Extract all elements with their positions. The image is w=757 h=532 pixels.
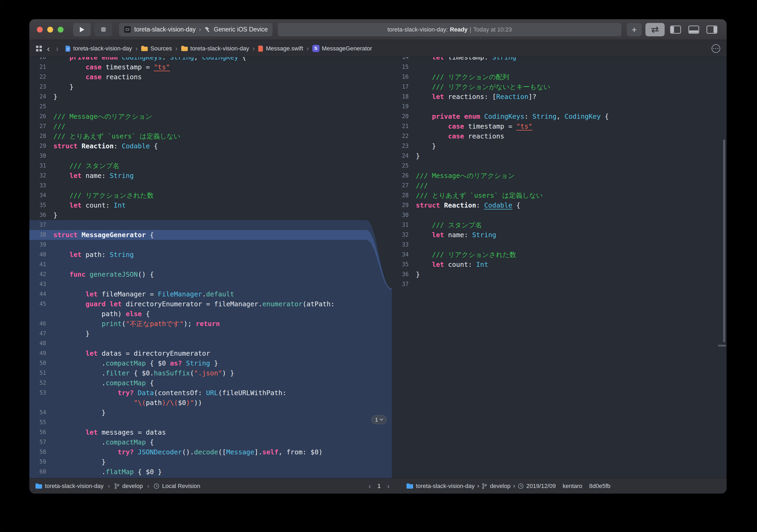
line-number[interactable]: 25: [392, 161, 409, 171]
line-number[interactable]: 36: [392, 270, 409, 279]
code-line[interactable]: 32 let name: String: [29, 171, 366, 181]
line-number[interactable]: 27: [392, 181, 409, 191]
code-line[interactable]: 55: [29, 418, 366, 428]
line-number[interactable]: 60: [29, 467, 46, 477]
line-number[interactable]: 17: [392, 82, 409, 92]
line-number[interactable]: 34: [29, 191, 46, 200]
line-number[interactable]: 28: [29, 131, 46, 141]
zoom-button[interactable]: [58, 27, 64, 33]
code-line[interactable]: 22 case reactions: [392, 131, 727, 141]
line-number[interactable]: 20: [392, 111, 409, 121]
forward-button[interactable]: ›: [55, 44, 60, 53]
line-number[interactable]: 32: [392, 230, 409, 240]
code-line[interactable]: 35 let count: Int: [392, 260, 727, 270]
line-number[interactable]: 37: [392, 279, 409, 289]
code-line[interactable]: 32 let name: String: [392, 230, 727, 240]
line-number[interactable]: 15: [392, 62, 409, 72]
editor-options-button[interactable]: ···: [712, 44, 720, 53]
line-number[interactable]: 29: [392, 200, 409, 210]
line-number[interactable]: 32: [29, 171, 46, 181]
line-number[interactable]: 45: [29, 299, 46, 309]
code-line[interactable]: 35 let count: Int: [29, 200, 366, 210]
line-number[interactable]: 55: [29, 418, 46, 428]
line-number[interactable]: 40: [29, 250, 46, 260]
debug-area-toggle-button[interactable]: [686, 23, 701, 36]
code-line[interactable]: 54 }: [29, 408, 366, 418]
code-line[interactable]: 20 private enum CodingKeys: String, Codi…: [392, 111, 727, 121]
line-number[interactable]: 41: [29, 260, 46, 270]
line-number[interactable]: 23: [392, 141, 409, 151]
line-number[interactable]: 44: [29, 289, 46, 299]
stop-button[interactable]: [95, 23, 112, 36]
line-number[interactable]: 16: [392, 72, 409, 82]
code-line[interactable]: 30: [392, 210, 727, 220]
line-number[interactable]: 36: [29, 210, 46, 220]
line-number[interactable]: 54: [29, 408, 46, 418]
code-line[interactable]: 28/// とりあえず `users` は定義しない: [392, 191, 727, 200]
code-line[interactable]: 20 private enum CodingKeys: String, Codi…: [29, 57, 366, 62]
scheme-selector[interactable]: toreta-slack-vision-day › Generic iOS De…: [119, 23, 273, 36]
line-number[interactable]: 26: [29, 111, 46, 121]
code-line[interactable]: 41: [29, 260, 366, 270]
code-line[interactable]: 48: [29, 339, 366, 348]
breadcrumb-item-project[interactable]: toreta-slack-vision-day: [65, 45, 132, 52]
line-number[interactable]: 46: [29, 319, 46, 329]
code-line[interactable]: 46 print("不正なpathです"); return: [29, 319, 366, 329]
line-number[interactable]: 30: [392, 210, 409, 220]
code-line[interactable]: 27///: [29, 121, 366, 131]
vertical-scrollbar-thumb[interactable]: [723, 139, 725, 342]
code-line[interactable]: 51 .filter { $0.hasSuffix(".json") }: [29, 368, 366, 378]
code-line[interactable]: 47 }: [29, 329, 366, 339]
line-number[interactable]: 52: [29, 378, 46, 388]
current-version-editor[interactable]: 20 private enum CodingKeys: String, Codi…: [29, 57, 366, 478]
line-number[interactable]: 22: [392, 131, 409, 141]
revision-editor[interactable]: 14 let timestamp: String1516 /// リアクションの…: [392, 57, 727, 478]
code-line[interactable]: 17 /// リアクションがないとキーもない: [392, 82, 727, 92]
line-number[interactable]: 26: [392, 171, 409, 181]
line-number[interactable]: 24: [29, 92, 46, 102]
change-badge[interactable]: 1: [371, 415, 387, 424]
code-line[interactable]: 24}: [29, 92, 366, 102]
line-number[interactable]: 34: [392, 250, 409, 260]
code-line[interactable]: 14 let timestamp: String: [392, 57, 727, 62]
code-line[interactable]: 52 .compactMap {: [29, 378, 366, 388]
code-line[interactable]: 38struct MessageGenerator {: [29, 230, 366, 240]
line-number[interactable]: 25: [29, 102, 46, 111]
code-line[interactable]: 27///: [392, 181, 727, 191]
code-line[interactable]: 56 let messages = datas: [29, 428, 366, 437]
line-number[interactable]: 39: [29, 240, 46, 250]
line-number[interactable]: 35: [29, 200, 46, 210]
code-line[interactable]: 50 .compactMap { $0 as? String }: [29, 358, 366, 368]
left-project-name[interactable]: toreta-slack-vision-day: [45, 483, 104, 489]
line-number[interactable]: 42: [29, 270, 46, 279]
code-line[interactable]: 15: [392, 62, 727, 72]
line-number[interactable]: 48: [29, 339, 46, 348]
line-number[interactable]: 28: [392, 191, 409, 200]
code-line[interactable]: 37: [29, 220, 366, 230]
run-button[interactable]: [73, 23, 91, 36]
code-line[interactable]: 29struct Reaction: Codable {: [29, 141, 366, 151]
code-line[interactable]: 40 let path: String: [29, 250, 366, 260]
code-line[interactable]: 22 case reactions: [29, 72, 366, 82]
related-items-button[interactable]: [36, 45, 42, 52]
line-number[interactable]: 35: [392, 260, 409, 270]
code-line[interactable]: 30: [29, 151, 366, 161]
code-line[interactable]: 33: [392, 240, 727, 250]
line-number[interactable]: 14: [392, 57, 409, 62]
code-line[interactable]: 25: [29, 102, 366, 111]
code-line[interactable]: 36}: [29, 210, 366, 220]
code-line[interactable]: 26/// Messageへのリアクション: [392, 171, 727, 181]
breadcrumb-item-file[interactable]: Message.swift: [258, 45, 303, 52]
code-line[interactable]: 21 case timestamp = "ts": [392, 121, 727, 131]
line-number[interactable]: 50: [29, 358, 46, 368]
inspector-toggle-button[interactable]: [705, 23, 719, 36]
back-button[interactable]: ‹: [46, 44, 51, 53]
line-number[interactable]: 30: [29, 151, 46, 161]
code-line[interactable]: "\(path)/\($0)")): [29, 398, 366, 408]
code-line[interactable]: 42 func generateJSON() {: [29, 270, 366, 279]
minimize-button[interactable]: [47, 27, 53, 33]
code-line[interactable]: 23 }: [29, 82, 366, 92]
code-line[interactable]: 24}: [392, 151, 727, 161]
line-number[interactable]: 37: [29, 220, 46, 230]
code-line[interactable]: 31 /// スタンプ名: [392, 220, 727, 230]
